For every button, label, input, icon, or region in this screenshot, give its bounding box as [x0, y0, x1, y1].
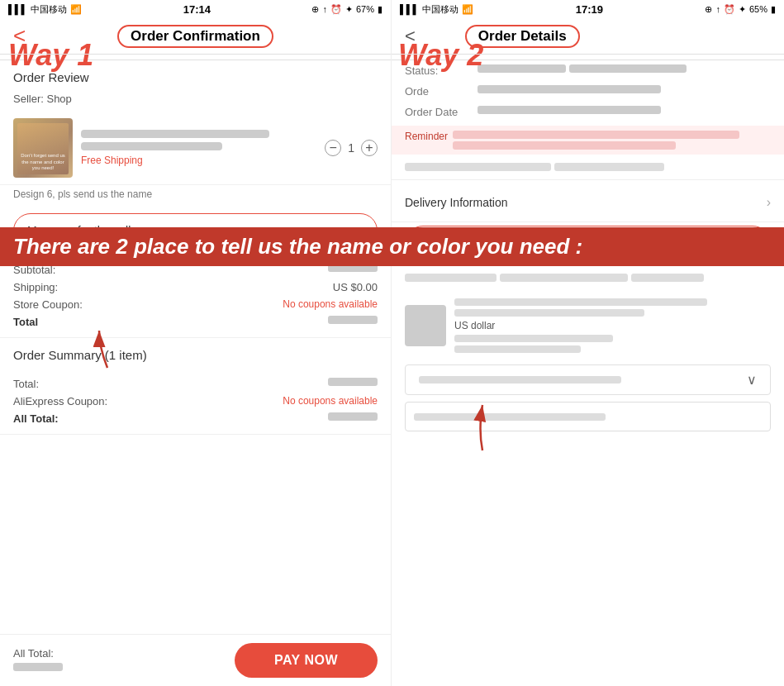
- order-number-blurred: [478, 85, 661, 93]
- all-total-bottom-value: [13, 663, 63, 671]
- bottom-variant-blurred: [454, 309, 644, 317]
- r-location-icon: ⊕: [705, 4, 712, 15]
- total2-label: Total:: [13, 378, 39, 390]
- shipping-row: Shipping: US $0.00: [13, 279, 378, 296]
- aliexpress-row: AliExpress Coupon: No coupons available: [13, 393, 378, 410]
- input-value-blurred: [414, 413, 606, 421]
- bottom-product-info: US dollar: [454, 298, 771, 353]
- blurred-section2: [392, 269, 784, 287]
- right-carrier: ▌▌▌ 中国移动 📶: [400, 3, 473, 16]
- qty-plus-button[interactable]: +: [361, 140, 378, 156]
- blurred-section: [392, 158, 784, 176]
- total-value: [328, 316, 378, 324]
- order-date-label: Order Date: [405, 106, 471, 118]
- shipping-label: Shipping:: [13, 281, 58, 293]
- shipping-value: US $0.00: [333, 281, 378, 293]
- dropdown-row[interactable]: ∨: [405, 364, 771, 395]
- left-panel: ▌▌▌ 中国移动 📶 17:14 ⊕ ↑ ⏰ ✦ 67% ▮ Way 1 < O…: [0, 0, 392, 686]
- order-date-blurred: [478, 106, 661, 114]
- battery-label: 67%: [356, 4, 374, 14]
- wifi-icon: 📶: [70, 4, 82, 15]
- order-number-row: Orde: [392, 81, 784, 102]
- delivery-chevron-icon: ›: [767, 195, 771, 210]
- input-box[interactable]: [405, 402, 771, 431]
- all-total-bottom: All Total:: [13, 647, 63, 674]
- product-thumbnail: Don't forget send us the name and color …: [13, 118, 73, 178]
- bottom-product-thumb: [405, 305, 446, 346]
- bluetooth-icon: ✦: [345, 4, 353, 15]
- main-container: ▌▌▌ 中国移动 📶 17:14 ⊕ ↑ ⏰ ✦ 67% ▮ Way 1 < O…: [0, 0, 784, 686]
- product-info: Free Shipping: [81, 130, 316, 166]
- battery-icon: ▮: [378, 4, 382, 15]
- bottom-product-row: US dollar: [392, 292, 784, 360]
- r-wifi-icon: 📶: [462, 4, 473, 15]
- reminder-line2: [453, 141, 675, 150]
- total-row: Total: [13, 313, 378, 331]
- dropdown-value-blurred: [419, 376, 621, 383]
- right-time: 17:19: [576, 3, 603, 16]
- left-battery-area: ⊕ ↑ ⏰ ✦ 67% ▮: [311, 4, 382, 15]
- r-carrier-label: 中国移动: [422, 3, 459, 16]
- left-status-bar: ▌▌▌ 中国移动 📶 17:14 ⊕ ↑ ⏰ ✦ 67% ▮: [0, 0, 391, 18]
- aliexpress-value: No coupons available: [283, 395, 378, 407]
- total2-value: [328, 378, 378, 386]
- coupon-label: Store Coupon:: [13, 298, 83, 311]
- summary-section: Total: AliExpress Coupon: No coupons ava…: [0, 369, 391, 435]
- right-battery-area: ⊕ ↑ ⏰ ✦ 65% ▮: [705, 4, 776, 15]
- pay-now-section: All Total: PAY NOW: [0, 634, 391, 686]
- total-label: Total: [13, 316, 38, 328]
- left-time: 17:14: [183, 3, 211, 16]
- arrow-icon: ↑: [322, 4, 327, 14]
- delivery-label: Delivery Information: [405, 196, 508, 209]
- order-label: Orde: [405, 85, 471, 98]
- blurred-r1: [405, 274, 497, 282]
- all-total-value: [328, 412, 378, 421]
- left-header: < Order Confirmation: [0, 18, 391, 55]
- order-date-row: Order Date: [392, 102, 784, 122]
- bottom-price-blurred: [454, 335, 613, 342]
- qty-minus-button[interactable]: −: [325, 140, 341, 156]
- delivery-info-row[interactable]: Delivery Information ›: [392, 183, 784, 222]
- pay-now-button[interactable]: PAY NOW: [235, 643, 378, 678]
- blurred-r3: [631, 274, 705, 282]
- product-row: Don't forget send us the name and color …: [0, 112, 391, 185]
- order-summary-title: Order Summary (1 item): [0, 338, 391, 369]
- all-total-label: All Total:: [13, 412, 59, 425]
- right-header: < Order Details: [392, 18, 784, 55]
- reminder-line1: [453, 131, 739, 139]
- carrier-label: 中国移动: [31, 3, 67, 16]
- all-total-row: All Total:: [13, 410, 378, 427]
- cost-section: Subtotal: Shipping: US $0.00 Store Coupo…: [0, 255, 391, 338]
- seller-row: Seller: Shop: [0, 89, 391, 112]
- right-panel: ▌▌▌ 中国移动 📶 17:19 ⊕ ↑ ⏰ ✦ 65% ▮ Way 2 < O…: [392, 0, 784, 686]
- status-value2-blurred: [569, 64, 687, 73]
- location-icon: ⊕: [311, 4, 319, 15]
- back-button-right[interactable]: <: [405, 26, 416, 47]
- coupon-value: No coupons available: [283, 298, 378, 311]
- alarm-icon: ⏰: [330, 4, 342, 15]
- r-bluetooth-icon: ✦: [739, 4, 746, 15]
- aliexpress-label: AliExpress Coupon:: [13, 395, 107, 407]
- left-carrier: ▌▌▌ 中国移动 📶: [8, 3, 82, 16]
- us-dollar-label: US dollar: [454, 320, 771, 331]
- product-image: Don't forget send us the name and color …: [13, 118, 73, 178]
- divider1: [392, 179, 784, 180]
- blurred-r2: [500, 274, 628, 282]
- r-battery-icon: ▮: [771, 4, 776, 15]
- reminder-label: Reminder: [405, 131, 448, 142]
- design-note: Design 6, pls send us the name: [0, 185, 391, 207]
- qty-value: 1: [348, 141, 354, 155]
- r-arrow-icon: ↑: [715, 4, 720, 14]
- qty-control[interactable]: − 1 +: [325, 140, 378, 156]
- back-button-left[interactable]: <: [13, 23, 26, 49]
- blurred-row1: [405, 163, 551, 171]
- free-shipping-label: Free Shipping: [81, 155, 316, 166]
- dropdown-icon: ∨: [747, 372, 757, 388]
- total2-row: Total:: [13, 375, 378, 393]
- r-alarm-icon: ⏰: [724, 4, 735, 15]
- coupon-row: Store Coupon: No coupons available: [13, 296, 378, 313]
- status-value-blurred: [478, 64, 566, 73]
- overlay-text: There are 2 place to tell us the name or…: [0, 227, 784, 266]
- product-name-blurred: [81, 130, 269, 138]
- blurred-row2: [554, 163, 664, 171]
